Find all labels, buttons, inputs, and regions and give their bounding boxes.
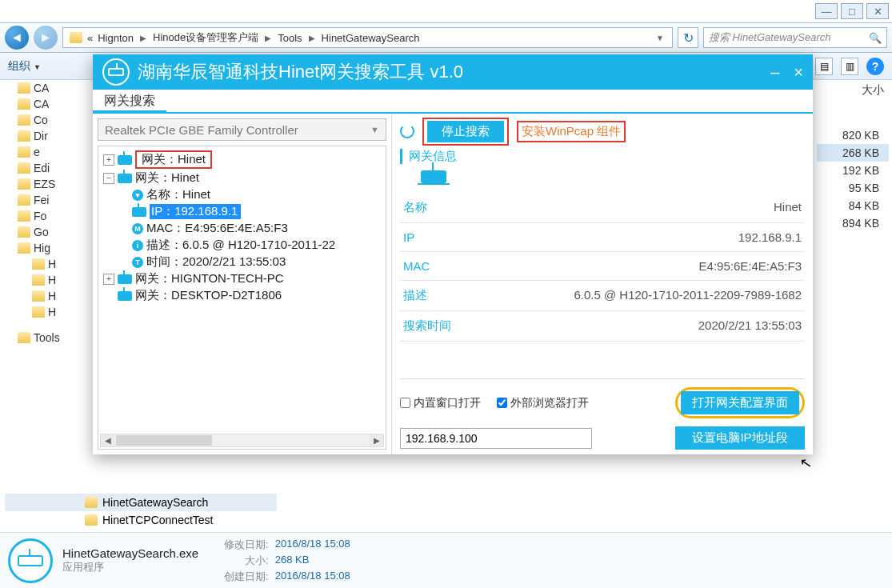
expand-icon[interactable]: + [103,154,114,166]
stop-search-button[interactable]: 停止搜索 [427,121,504,142]
tree-node-ip[interactable]: IP：192.168.9.1 [150,204,241,219]
external-browser-checkbox[interactable]: 外部浏览器打开 [497,396,592,410]
gateway-info-icon [400,164,805,193]
app-logo-icon [102,58,130,86]
organize-menu[interactable]: 组织▼ [8,59,41,74]
dialog-titlebar[interactable]: 湖南华辰智通科技Hinet网关搜索工具 v1.0 – × [93,54,813,90]
search-placeholder: 搜索 HinetGatewaySearch [709,30,830,45]
maximize-button[interactable]: □ [841,3,863,19]
install-winpcap-highlight: 安装WinPcap 组件 [517,121,626,142]
folder-item[interactable]: Fo [34,210,46,222]
tree-node-gateway[interactable]: 网关：DESKTOP-D2T1806 [135,288,282,303]
folder-item[interactable]: e [34,146,40,158]
folder-icon [32,306,45,318]
folder-item[interactable]: Go [34,226,49,238]
view-icon[interactable]: ▤ [815,58,833,75]
folder-item[interactable]: Co [34,114,48,126]
folder-item[interactable]: Hig [34,242,50,254]
breadcrumb-p1[interactable]: Hignton [98,32,134,44]
scroll-left-button[interactable]: ◀ [101,434,114,446]
stop-search-highlight: 停止搜索 [422,118,509,146]
folder-item[interactable]: EZS [34,178,55,190]
dialog-minimize-button[interactable]: – [770,63,779,82]
gateway-info-title: 网关信息 [400,149,805,164]
detail-value: 2016/8/18 15:08 [275,538,350,552]
scroll-right-button[interactable]: ▶ [370,434,383,446]
file-size: 894 KB [817,214,889,232]
folder-icon [18,162,30,174]
adapter-select[interactable]: Realtek PCIe GBE Family Controller ▼ [98,118,386,141]
forward-button[interactable]: ► [34,26,58,50]
list-item[interactable]: HinetTCPConnectTest [5,511,277,529]
folder-item[interactable]: Dir [34,130,48,142]
file-size: 820 KB [817,126,889,144]
refresh-button[interactable]: ↻ [678,27,698,48]
folder-item[interactable]: Edi [34,162,50,174]
folder-icon [18,194,30,206]
collapse-icon[interactable]: − [103,173,114,184]
tree-node-gateway[interactable]: 网关：HIGNTON-TECH-PC [135,271,284,286]
folder-item[interactable]: H [48,274,56,286]
list-item[interactable]: HinetGatewaySearch [5,494,277,511]
breadcrumb-p3[interactable]: Tools [278,32,302,44]
folder-item[interactable]: H [48,290,56,302]
install-winpcap-link[interactable]: 安装WinPcap 组件 [522,124,621,139]
tree-node-mac[interactable]: MAC：E4:95:6E:4E:A5:F3 [146,221,288,236]
folder-item[interactable]: Fei [34,194,49,206]
gateway-icon [118,274,132,284]
help-icon[interactable]: ? [866,58,884,75]
minimize-button[interactable]: — [815,3,838,19]
breadcrumb-p4[interactable]: HinetGatewaySearch [322,32,420,44]
dialog-close-button[interactable]: × [794,63,803,82]
chevron-down-icon: ▼ [370,125,379,134]
preview-icon[interactable]: ▥ [841,58,858,75]
gateway-info-table: 名称Hinet IP192.168.9.1 MACE4:95:6E:4E:A5:… [400,193,805,342]
tree-node-time[interactable]: 时间：2020/2/21 13:55:03 [146,254,286,270]
spinner-icon [400,124,414,138]
folder-tree[interactable]: CA CA Co Dir e Edi EZS Fei Fo Go Hig H H… [3,80,90,500]
mac-icon: M [132,223,143,234]
open-gateway-config-button[interactable]: 打开网关配置界面 [681,391,799,414]
folder-item[interactable]: H [48,306,56,318]
info-key: 搜索时间 [403,318,451,334]
folder-item[interactable]: H [48,258,56,270]
gateway-tree[interactable]: +网关：Hinet −网关：Hinet ♥名称：Hinet IP：192.168… [98,146,386,450]
close-button[interactable]: ✕ [866,3,889,19]
info-value: 6.0.5 @ H120-1710-2011-2209-7989-1682 [574,288,802,303]
back-button[interactable]: ◄ [5,26,29,50]
horizontal-scrollbar[interactable]: ◀ ▶ [100,434,384,447]
folder-icon [18,98,30,110]
folder-icon [85,514,98,526]
internal-window-checkbox[interactable]: 内置窗口打开 [400,396,484,410]
hinet-search-dialog: 湖南华辰智通科技Hinet网关搜索工具 v1.0 – × 网关搜索 Realte… [93,54,813,454]
folder-icon [32,290,45,302]
details-pane: HinetGatewaySearch.exe 应用程序 修改日期:2016/8/… [0,532,892,588]
scrollbar-thumb[interactable] [116,435,212,446]
tab-gateway-search[interactable]: 网关搜索 [93,90,166,112]
info-key: 名称 [403,200,427,215]
breadcrumb-p2[interactable]: Hinode设备管理客户端 [153,30,258,45]
tree-node-gateway[interactable]: 网关：Hinet [135,170,199,186]
size-header[interactable]: 大小 [817,80,889,104]
chevron-down-icon[interactable]: ▼ [654,34,666,42]
file-size: 95 KB [817,179,889,197]
breadcrumb[interactable]: « Hignton▶ Hinode设备管理客户端▶ Tools▶ HinetGa… [62,27,673,48]
tree-node-desc[interactable]: 描述：6.0.5 @ H120-1710-2011-22 [146,238,335,253]
folder-tools[interactable]: Tools [34,331,60,344]
ip-address-input[interactable] [400,428,592,449]
explorer-navbar: ◄ ► « Hignton▶ Hinode设备管理客户端▶ Tools▶ Hin… [0,22,892,53]
folder-item[interactable]: CA [34,98,49,110]
folder-icon [18,114,30,126]
tree-node-gateway[interactable]: 网关：Hinet [135,150,212,169]
file-size-column: 大小 820 KB 268 KB 192 KB 95 KB 84 KB 894 … [817,80,889,232]
file-size: 192 KB [817,162,889,179]
detail-label: 创建日期: [224,570,269,584]
set-pc-ip-button[interactable]: 设置电脑IP地址段 [675,426,805,450]
search-icon: 🔍 [869,32,882,44]
folder-item[interactable]: CA [34,82,49,94]
expand-icon[interactable]: + [103,274,114,285]
time-icon: T [132,257,143,268]
tree-node-name[interactable]: 名称：Hinet [146,187,210,202]
folder-icon [18,130,30,142]
search-input[interactable]: 搜索 HinetGatewaySearch 🔍 [703,27,887,48]
